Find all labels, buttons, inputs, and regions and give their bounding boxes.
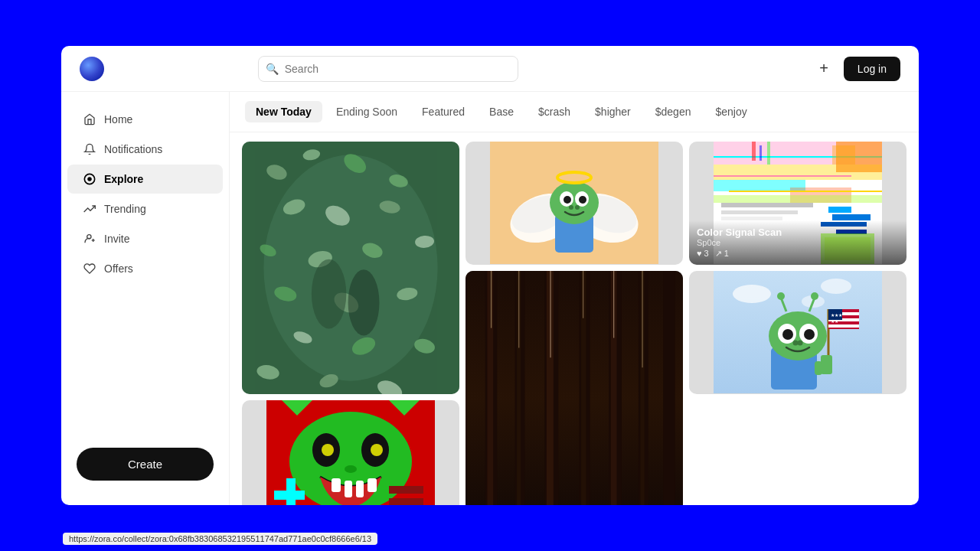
svg-point-36: [550, 181, 599, 224]
svg-point-42: [569, 205, 573, 210]
home-icon: [83, 112, 96, 126]
sidebar-item-notifications[interactable]: Notifications: [67, 135, 223, 164]
card-stats-glitch: ♥ 3 ↗ 1: [697, 249, 899, 259]
invite-icon: [83, 232, 96, 246]
body: Home Notifications Explore: [61, 92, 919, 505]
sidebar-item-trending[interactable]: Trending: [67, 194, 223, 223]
svg-point-133: [345, 465, 357, 473]
tab-sdegen[interactable]: $degen: [645, 101, 702, 122]
tab-scrash[interactable]: $crash: [528, 101, 581, 122]
svg-rect-130: [286, 478, 296, 505]
explore-icon: [83, 172, 96, 186]
svg-point-104: [804, 329, 815, 340]
stat-shares: ↗ 1: [715, 249, 729, 259]
svg-rect-29: [242, 142, 459, 394]
offers-icon: [83, 262, 96, 276]
bell-icon: [83, 142, 96, 156]
card-author-glitch: Sp0ce: [697, 238, 899, 247]
grid-item-mosaic[interactable]: [242, 142, 459, 394]
nav-items: Home Notifications Explore: [61, 104, 229, 435]
create-button[interactable]: Create: [77, 448, 214, 481]
tab-base[interactable]: Base: [479, 101, 524, 122]
svg-rect-132: [389, 498, 423, 505]
sidebar-item-explore[interactable]: Explore: [67, 165, 223, 194]
sidebar-item-notifications-label: Notifications: [104, 143, 162, 155]
sidebar-item-offers-label: Offers: [104, 262, 133, 275]
header: 🔍 + Log in: [61, 46, 919, 92]
search-bar: 🔍: [258, 56, 518, 82]
svg-rect-63: [760, 145, 762, 161]
svg-rect-53: [828, 207, 851, 213]
svg-rect-71: [487, 271, 493, 505]
create-button-wrap: Create: [61, 435, 229, 493]
sidebar-item-home[interactable]: Home: [67, 105, 223, 134]
tab-shigher[interactable]: $higher: [584, 101, 642, 122]
sidebar-item-invite[interactable]: Invite: [67, 224, 223, 253]
stat-hearts: ♥ 3: [697, 249, 709, 259]
svg-point-92: [733, 285, 771, 303]
svg-rect-49: [714, 195, 882, 203]
svg-rect-69: [466, 271, 683, 505]
svg-text:★★: ★★: [831, 319, 838, 324]
sidebar-item-trending-label: Trending: [104, 203, 146, 215]
logo[interactable]: [80, 57, 104, 81]
url-bar: https://zora.co/collect/zora:0x68fb38306…: [63, 533, 377, 545]
search-icon: 🔍: [266, 63, 279, 75]
svg-rect-111: [828, 324, 859, 328]
svg-point-96: [769, 311, 827, 360]
sidebar-item-offers[interactable]: Offers: [67, 254, 223, 283]
trending-icon: [83, 202, 96, 216]
add-button[interactable]: +: [813, 57, 835, 80]
svg-point-1: [88, 178, 91, 181]
svg-rect-126: [345, 481, 352, 497]
svg-rect-131: [389, 486, 423, 494]
svg-rect-62: [752, 142, 756, 161]
card-title-glitch: Color Signal Scan: [697, 227, 899, 238]
svg-rect-125: [332, 478, 341, 492]
grid-item-glitch[interactable]: Color Signal Scan Sp0ce ♥ 3 ↗ 1: [689, 142, 906, 265]
svg-point-123: [322, 444, 334, 456]
svg-point-106: [798, 341, 803, 346]
tabs-bar: New Today Ending Soon Featured Base $cra…: [230, 92, 919, 132]
svg-point-105: [793, 341, 799, 346]
tab-featured[interactable]: Featured: [411, 101, 475, 122]
search-input[interactable]: [258, 56, 518, 82]
svg-point-124: [371, 444, 383, 456]
sidebar-item-explore-label: Explore: [104, 173, 143, 185]
svg-rect-77: [581, 271, 586, 505]
svg-text:★★★: ★★★: [831, 313, 842, 318]
svg-point-93: [821, 279, 851, 294]
tab-new-today[interactable]: New Today: [245, 101, 322, 122]
svg-rect-82: [663, 271, 675, 505]
nft-grid: Color Signal Scan Sp0ce ♥ 3 ↗ 1: [230, 132, 919, 505]
svg-point-98: [777, 292, 785, 300]
svg-point-40: [579, 196, 586, 204]
svg-rect-64: [767, 142, 770, 165]
svg-rect-54: [832, 214, 871, 220]
svg-rect-128: [368, 478, 377, 492]
header-right: + Log in: [813, 57, 900, 81]
grid-item-pepe-angel[interactable]: [466, 142, 683, 265]
card-overlay-glitch: Color Signal Scan Sp0ce ♥ 3 ↗ 1: [689, 220, 906, 265]
sidebar-item-invite-label: Invite: [104, 233, 129, 245]
svg-rect-116: [815, 361, 822, 375]
main-content: New Today Ending Soon Featured Base $cra…: [230, 92, 919, 505]
sidebar-item-home-label: Home: [104, 113, 132, 126]
grid-item-pepe-flag[interactable]: ★★★ ★★: [689, 271, 906, 394]
svg-rect-61: [832, 145, 855, 165]
tab-ending-soon[interactable]: Ending Soon: [325, 101, 408, 122]
svg-point-100: [811, 292, 818, 300]
svg-rect-127: [356, 481, 364, 497]
svg-rect-58: [721, 210, 798, 214]
svg-point-39: [564, 196, 571, 204]
svg-rect-115: [821, 355, 832, 374]
login-button[interactable]: Log in: [844, 57, 900, 81]
svg-point-43: [575, 205, 580, 210]
tab-senjoy[interactable]: $enjoy: [704, 101, 757, 122]
grid-item-cat-math[interactable]: [242, 400, 459, 505]
sidebar: Home Notifications Explore: [61, 92, 230, 505]
svg-rect-57: [721, 203, 813, 207]
svg-point-103: [782, 329, 793, 340]
grid-item-dark-trees[interactable]: [466, 271, 683, 505]
